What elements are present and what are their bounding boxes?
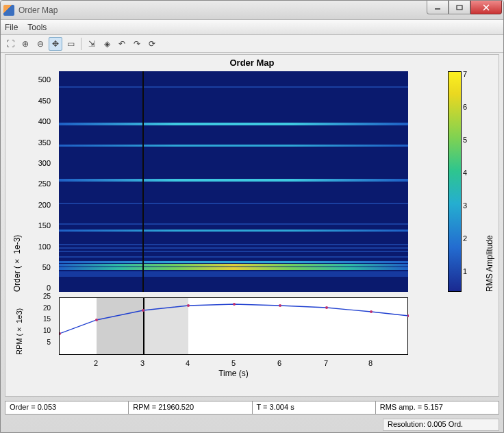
window-title: Order Map xyxy=(18,5,58,15)
x-tick: 2 xyxy=(94,359,98,367)
y-tick: 150 xyxy=(38,221,51,230)
fit-icon[interactable]: ⛶ xyxy=(3,37,17,51)
toolbar: ⛶ ⊕ ⊖ ✥ ▭ ⇲ ◈ ↶ ↷ ⟳ xyxy=(1,35,503,53)
menu-tools[interactable]: Tools xyxy=(27,23,47,32)
zoom-in-icon[interactable]: ⊕ xyxy=(18,37,32,51)
y-tick: 300 xyxy=(38,159,51,167)
y-tick: 500 xyxy=(38,75,51,84)
rotate-icon[interactable]: ⟳ xyxy=(145,37,159,51)
y-tick: 0 xyxy=(47,284,51,292)
layers-icon[interactable]: ◈ xyxy=(100,37,114,51)
cb-tick: 6 xyxy=(463,103,467,111)
x-tick: 7 xyxy=(324,359,328,367)
y-tick: 100 xyxy=(38,243,51,251)
chart-title: Order Map xyxy=(5,58,499,68)
time-cursor[interactable] xyxy=(142,71,144,292)
order-map-heatmap[interactable] xyxy=(59,71,408,292)
cb-tick: 5 xyxy=(463,136,467,144)
svg-rect-1 xyxy=(457,5,462,10)
maximize-button[interactable] xyxy=(449,1,470,14)
status-bar: Order = 0.053 RPM = 21960.520 T = 3.004 … xyxy=(5,401,499,415)
y-tick: 400 xyxy=(38,117,51,125)
y-tick: 350 xyxy=(38,138,51,147)
y-axis-label: Order (× 1e-3) xyxy=(12,71,22,292)
rpm-y-tick: 20 xyxy=(43,304,51,312)
colorbar-ticks: 1 2 3 4 5 6 7 xyxy=(463,71,474,292)
minimize-button[interactable] xyxy=(427,1,449,14)
status-rpm: RPM = 21960.520 xyxy=(129,401,252,414)
rpm-y-tick: 5 xyxy=(47,338,51,346)
status-order: Order = 0.053 xyxy=(5,401,129,414)
svg-point-12 xyxy=(407,314,409,317)
x-tick: 8 xyxy=(368,359,373,367)
rpm-y-tick: 25 xyxy=(43,293,51,300)
rpm-subplot[interactable] xyxy=(59,297,408,355)
y-tick: 250 xyxy=(38,180,51,188)
svg-point-6 xyxy=(142,309,144,312)
pan-icon[interactable]: ✥ xyxy=(49,37,62,51)
x-tick: 3 xyxy=(140,359,144,367)
redo-icon[interactable]: ↷ xyxy=(130,37,144,51)
y-tick: 450 xyxy=(38,97,51,105)
x-tick: 5 xyxy=(231,359,236,367)
colorbar-label: RMS Amplitude xyxy=(485,71,494,292)
app-icon xyxy=(3,5,14,16)
window-controls xyxy=(427,1,502,14)
figure-area: Order Map xyxy=(5,54,499,397)
titlebar: Order Map xyxy=(1,1,503,20)
close-button[interactable] xyxy=(470,1,502,14)
app-window: Order Map File Tools ⛶ ⊕ ⊖ ✥ ▭ ⇲ ◈ ↶ ↷ ⟳… xyxy=(0,0,504,433)
svg-point-11 xyxy=(370,310,373,313)
x-tick: 4 xyxy=(186,359,190,367)
x-axis-label: Time (s) xyxy=(59,369,408,378)
y-tick: 200 xyxy=(38,201,51,209)
data-cursor-icon[interactable]: ▭ xyxy=(64,37,77,51)
svg-point-10 xyxy=(325,306,328,309)
cb-tick: 3 xyxy=(463,201,467,210)
rpm-y-axis: 5 10 15 20 25 xyxy=(5,297,55,355)
svg-point-7 xyxy=(187,304,190,307)
y-tick: 50 xyxy=(42,263,51,271)
menubar: File Tools xyxy=(1,20,503,35)
rpm-y-tick: 10 xyxy=(43,327,51,334)
status-rms: RMS amp. = 5.157 xyxy=(376,401,499,414)
resolution-label: Resolution: 0.005 Ord. xyxy=(383,419,499,431)
zoom-out-icon[interactable]: ⊖ xyxy=(34,37,47,51)
svg-point-5 xyxy=(95,319,98,321)
menu-file[interactable]: File xyxy=(5,23,18,32)
cb-tick: 2 xyxy=(463,234,467,243)
rpm-y-tick: 15 xyxy=(43,315,51,323)
colorbar[interactable] xyxy=(448,71,462,292)
svg-point-8 xyxy=(233,303,236,306)
cb-tick: 1 xyxy=(463,267,467,275)
undo-icon[interactable]: ↶ xyxy=(115,37,129,51)
x-tick: 6 xyxy=(277,359,281,367)
rpm-y-label: RPM (× 1e3) xyxy=(15,297,23,355)
svg-point-4 xyxy=(60,332,61,335)
status-time: T = 3.004 s xyxy=(253,401,376,414)
collapse-icon[interactable]: ⇲ xyxy=(85,37,99,51)
cb-tick: 7 xyxy=(463,70,467,78)
svg-point-9 xyxy=(279,304,281,307)
toolbar-separator xyxy=(81,38,81,50)
cb-tick: 4 xyxy=(463,169,467,177)
